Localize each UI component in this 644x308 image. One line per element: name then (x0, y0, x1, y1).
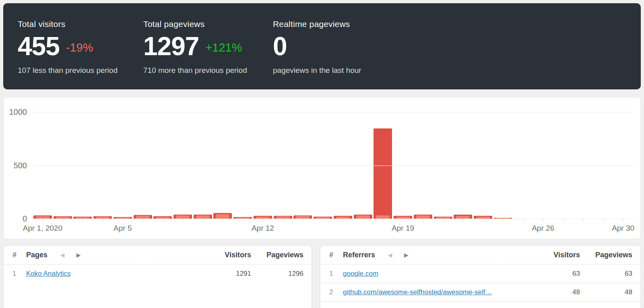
pageviews-bar (374, 128, 392, 219)
x-axis-tick (303, 219, 303, 222)
table-row-clipped (320, 301, 640, 308)
x-axis-tick (203, 219, 203, 222)
x-axis-tick (223, 219, 223, 222)
gridline-y-1000 (33, 112, 633, 112)
x-axis-tick (63, 219, 63, 222)
x-axis-tick (443, 219, 444, 222)
stat-subtext: pageviews in the last hour (273, 66, 361, 75)
x-axis-tick (183, 219, 183, 222)
row-pageviews-value: 1296 (251, 270, 303, 278)
x-axis-tick-label: Apr 12 (252, 224, 274, 233)
visitors-bar (136, 216, 150, 219)
pages-table-title: Pages (26, 251, 47, 259)
x-axis-tick-label: Apr 30 (612, 224, 634, 233)
pages-pagination: ◀ ▶ (60, 252, 199, 258)
change-badge: -19% (66, 39, 93, 54)
x-axis-tick (343, 219, 343, 222)
x-axis-tick-label: Apr 19 (392, 224, 414, 233)
x-axis-tick (263, 219, 263, 222)
referrers-pagination: ◀ ▶ (388, 252, 528, 258)
x-axis-tick (503, 219, 504, 222)
visitors-bar (416, 215, 430, 219)
prev-page-icon[interactable]: ◀ (388, 252, 392, 258)
x-axis-tick-label: Apr 5 (114, 224, 132, 233)
x-axis-tick (43, 219, 43, 222)
stat-realtime-pageviews: Realtime pageviews 0 pageviews in the la… (273, 19, 361, 75)
page-link[interactable]: Koko Analytics (26, 270, 191, 278)
referrer-link[interactable]: github.com/awesome-selfhosted/awesome-se… (343, 288, 520, 296)
row-rank: 2 (329, 288, 343, 296)
x-axis-tick (283, 219, 283, 222)
visitors-bar (296, 216, 310, 219)
pageviews-column-header: Pageviews (580, 251, 632, 259)
row-visitors-value: 48 (528, 288, 580, 296)
referrers-table-title: Referrers (343, 251, 375, 259)
x-axis-tick-label: Apr 1, 2020 (23, 224, 62, 233)
visitors-column-header: Visitors (528, 251, 580, 259)
stat-value: 1297 (143, 33, 199, 59)
pageviews-column-header: Pageviews (251, 251, 303, 259)
x-axis-tick (103, 219, 103, 222)
prev-page-icon[interactable]: ◀ (60, 252, 64, 258)
x-axis-tick (143, 219, 143, 222)
chart-panel: 05001000Apr 1, 2020Apr 5Apr 12Apr 19Apr … (3, 97, 641, 239)
x-axis-tick (583, 219, 584, 222)
gridline-y-500 (33, 165, 633, 166)
summary-panel: Total visitors 455 -19% 107 less than pr… (3, 3, 641, 89)
visitors-bar (216, 214, 229, 219)
referrer-link[interactable]: google.com (343, 270, 520, 278)
row-visitors-value: 63 (528, 270, 580, 278)
x-axis-tick (423, 219, 423, 222)
x-axis-tick (243, 219, 243, 222)
x-axis-tick (123, 219, 123, 222)
x-axis-tick (403, 219, 403, 222)
referrers-table-row: 1google.com6363 (320, 264, 640, 283)
x-axis-tick (483, 219, 483, 222)
stat-label: Total visitors (18, 19, 118, 29)
visitors-bar (176, 215, 190, 219)
x-axis-tick (623, 219, 623, 222)
row-visitors-value: 1291 (199, 270, 251, 278)
stat-subtext: 710 more than previous period (143, 66, 247, 75)
x-axis-tick (603, 219, 603, 222)
visitors-bar (356, 215, 370, 219)
x-axis-tick (323, 219, 323, 222)
stat-total-visitors: Total visitors 455 -19% 107 less than pr… (18, 19, 118, 75)
pages-table-panel: # Pages ◀ ▶ Visitors Pageviews 1Koko Ana… (3, 246, 312, 308)
x-axis-tick (563, 219, 564, 222)
x-axis-tick (523, 219, 523, 222)
referrers-table-panel: # Referrers ◀ ▶ Visitors Pageviews 1goog… (320, 246, 641, 308)
pages-table-row: 1Koko Analytics12911296 (4, 264, 312, 283)
visitors-bar (456, 216, 470, 219)
rank-column-header: # (329, 251, 343, 259)
visitors-bar (376, 215, 390, 219)
x-axis-tick (163, 219, 163, 222)
referrers-table-header: # Referrers ◀ ▶ Visitors Pageviews (320, 246, 640, 264)
x-axis-tick (463, 219, 463, 222)
next-page-icon[interactable]: ▶ (404, 252, 408, 258)
next-page-icon[interactable]: ▶ (76, 252, 80, 258)
x-axis-tick-label: Apr 26 (532, 224, 554, 233)
x-axis-tick (543, 219, 543, 222)
row-rank: 1 (12, 270, 26, 278)
pages-table-header: # Pages ◀ ▶ Visitors Pageviews (4, 246, 312, 264)
x-axis-tick (363, 219, 363, 222)
stat-total-pageviews: Total pageviews 1297 +121% 710 more than… (143, 19, 247, 75)
row-pageviews-value: 63 (580, 270, 632, 278)
stat-label: Realtime pageviews (273, 19, 361, 29)
visitors-bar (196, 215, 210, 219)
visitors-column-header: Visitors (199, 251, 251, 259)
stat-value: 0 (273, 33, 287, 59)
x-axis-tick (383, 219, 383, 222)
y-axis-tick-label: 500 (4, 161, 27, 170)
change-badge: +121% (205, 39, 242, 54)
stat-subtext: 107 less than previous period (18, 66, 118, 75)
rank-column-header: # (12, 251, 26, 259)
referrers-table-row: 2github.com/awesome-selfhosted/awesome-s… (320, 283, 640, 301)
x-axis-tick (83, 219, 83, 222)
y-axis-tick-label: 0 (4, 214, 27, 223)
row-pageviews-value: 48 (580, 288, 632, 296)
y-axis-tick-label: 1000 (4, 107, 27, 117)
stat-value: 455 (18, 33, 60, 59)
stat-label: Total pageviews (143, 19, 247, 29)
